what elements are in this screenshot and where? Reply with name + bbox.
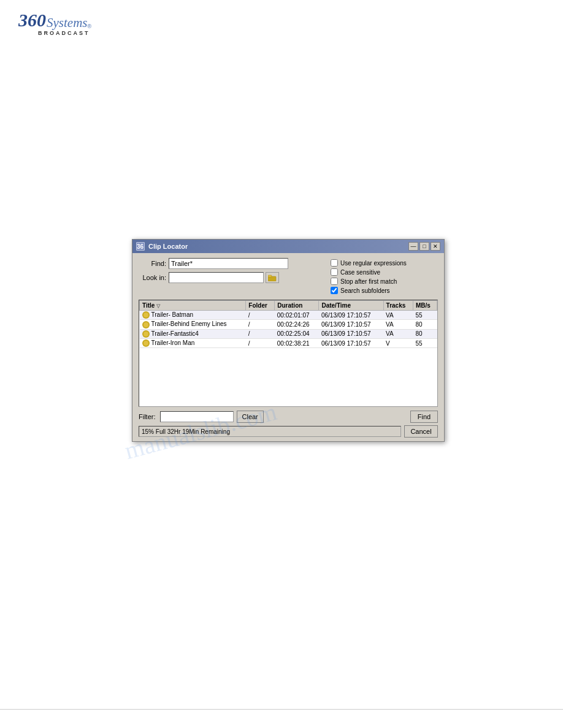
dialog-window: 36 Clip Locator — □ ✕ Find: Look in: (132, 239, 445, 442)
col-title[interactable]: Title ▽ (140, 301, 246, 311)
dialog-left-panel: Find: Look in: (139, 258, 326, 286)
cell-datetime: 06/13/09 17:10:57 (319, 311, 383, 320)
cell-datetime: 06/13/09 17:10:57 (319, 329, 383, 338)
cell-folder: / (246, 311, 275, 320)
dialog-title: Clip Locator (148, 243, 188, 250)
search-subfolders-checkbox[interactable] (331, 287, 338, 294)
cell-folder: / (246, 320, 275, 329)
case-sensitive-row: Case sensitive (331, 268, 438, 276)
cell-mbs: 80 (413, 329, 437, 338)
col-duration[interactable]: Duration (275, 301, 319, 311)
cell-mbs: 80 (413, 320, 437, 329)
clear-button[interactable]: Clear (237, 411, 264, 423)
minimize-button[interactable]: — (408, 242, 418, 251)
cell-datetime: 06/13/09 17:10:57 (319, 339, 383, 348)
cell-title: Trailer-Iron Man (140, 339, 246, 348)
cell-title: Trailer-Fantastic4 (140, 329, 246, 338)
col-tracks[interactable]: Tracks (383, 301, 413, 311)
dialog-options-area: Find: Look in: (139, 258, 438, 296)
search-subfolders-row: Search subfolders (331, 287, 438, 294)
col-folder[interactable]: Folder (246, 301, 275, 311)
use-regex-label: Use regular expressions (340, 260, 407, 267)
cell-folder: / (246, 329, 275, 338)
logo-systems: Systems (47, 17, 88, 29)
svg-text:36: 36 (137, 243, 144, 250)
cell-title: Trailer- Batman (140, 311, 246, 320)
use-regex-checkbox[interactable] (331, 259, 338, 267)
find-row: Find: (139, 258, 326, 269)
table-header-row: Title ▽ Folder Duration Date/Time Tracks… (140, 301, 437, 311)
maximize-button[interactable]: □ (419, 242, 429, 251)
svg-rect-2 (268, 275, 272, 277)
cell-tracks: VA (383, 320, 413, 329)
stop-first-label: Stop after first match (340, 278, 397, 285)
cell-tracks: V (383, 339, 413, 348)
status-bar: 15% Full 32Hr 19Min Remaining Cancel (139, 425, 438, 438)
col-mbs[interactable]: MB/s (413, 301, 437, 311)
find-label: Find: (139, 260, 166, 267)
lookin-input[interactable] (169, 272, 264, 283)
results-table: Title ▽ Folder Duration Date/Time Tracks… (139, 300, 437, 348)
find-button[interactable]: Find (410, 411, 438, 423)
close-button[interactable]: ✕ (431, 242, 440, 251)
table-row[interactable]: Trailer-Iron Man/00:02:38:2106/13/09 17:… (140, 339, 437, 348)
row-icon (142, 311, 150, 319)
stop-first-row: Stop after first match (331, 278, 438, 285)
cell-tracks: VA (383, 311, 413, 320)
folder-icon (268, 275, 277, 281)
use-regex-row: Use regular expressions (331, 259, 438, 267)
cell-datetime: 06/13/09 17:10:57 (319, 320, 383, 329)
dialog-body: Find: Look in: (132, 253, 444, 441)
title-bar: 36 Clip Locator — □ ✕ (132, 240, 444, 253)
table-row[interactable]: Trailer- Batman/00:02:01:0706/13/09 17:1… (140, 311, 437, 320)
logo-registered: ® (88, 24, 92, 29)
case-sensitive-checkbox[interactable] (331, 268, 338, 276)
search-subfolders-label: Search subfolders (340, 287, 390, 294)
col-datetime[interactable]: Date/Time (319, 301, 383, 311)
bottom-row: Filter: Clear Find (139, 411, 438, 423)
stop-first-checkbox[interactable] (331, 278, 338, 285)
cell-tracks: VA (383, 329, 413, 338)
browse-folder-button[interactable] (266, 272, 279, 283)
filter-input[interactable] (160, 411, 234, 422)
filter-label: Filter: (139, 413, 156, 420)
table-row[interactable]: Trailer-Behind Enemy Lines/00:02:24:2606… (140, 320, 437, 329)
row-icon (142, 330, 150, 338)
cell-duration: 00:02:01:07 (275, 311, 319, 320)
table-row[interactable]: Trailer-Fantastic4/00:02:25:0406/13/09 1… (140, 329, 437, 338)
case-sensitive-label: Case sensitive (340, 269, 380, 276)
lookin-label: Look in: (139, 274, 166, 281)
find-input[interactable] (169, 258, 288, 269)
cell-duration: 00:02:25:04 (275, 329, 319, 338)
bottom-divider (0, 709, 563, 710)
cell-duration: 00:02:38:21 (275, 339, 319, 348)
app-icon: 36 (136, 242, 145, 251)
results-container[interactable]: Title ▽ Folder Duration Date/Time Tracks… (139, 300, 438, 407)
cell-title: Trailer-Behind Enemy Lines (140, 320, 246, 329)
row-icon (142, 339, 150, 347)
status-text: 15% Full 32Hr 19Min Remaining (139, 426, 401, 437)
cell-duration: 00:02:24:26 (275, 320, 319, 329)
dialog-right-panel: Use regular expressions Case sensitive S… (331, 258, 438, 296)
logo: 360 Systems ® BROADCAST (18, 11, 98, 48)
cell-mbs: 55 (413, 339, 437, 348)
logo-broadcast: BROADCAST (18, 30, 98, 36)
results-tbody: Trailer- Batman/00:02:01:0706/13/09 17:1… (140, 311, 437, 348)
cell-mbs: 55 (413, 311, 437, 320)
cell-folder: / (246, 339, 275, 348)
cancel-button[interactable]: Cancel (404, 425, 438, 438)
window-controls: — □ ✕ (408, 242, 440, 251)
title-bar-left: 36 Clip Locator (136, 242, 188, 251)
sort-arrow-icon: ▽ (156, 303, 160, 309)
logo-number: 360 (18, 11, 46, 29)
lookin-row: Look in: (139, 272, 326, 283)
row-icon (142, 321, 150, 328)
